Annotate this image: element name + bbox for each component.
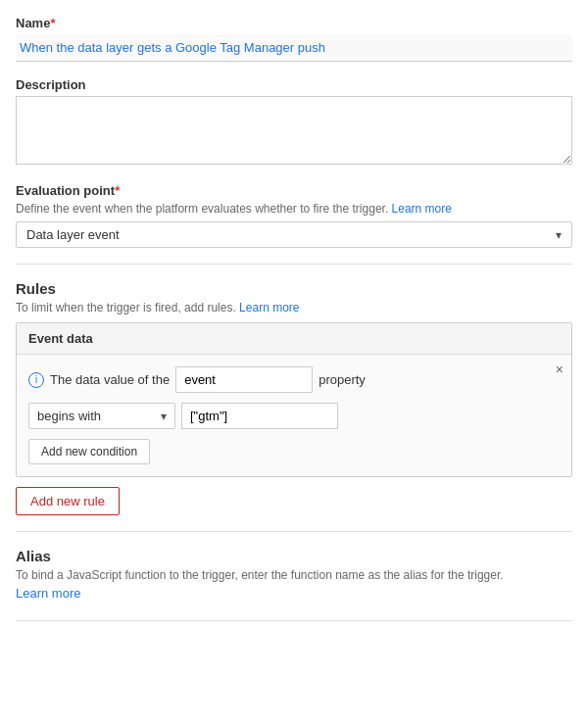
- divider-rules: [16, 264, 572, 265]
- event-data-body: × i The data value of the property begin…: [17, 355, 571, 476]
- alias-learn-more-link[interactable]: Learn more: [16, 586, 80, 601]
- description-section: Description: [16, 77, 572, 168]
- add-rule-button[interactable]: Add new rule: [16, 487, 120, 515]
- evaluation-description: Define the event when the platform evalu…: [16, 202, 572, 216]
- alias-description: To bind a JavaScript function to the tri…: [16, 568, 572, 582]
- value-input[interactable]: [181, 403, 338, 429]
- condition-prefix-text: The data value of the: [50, 372, 170, 387]
- evaluation-dropdown[interactable]: Data layer event ▾: [16, 221, 572, 248]
- operator-selected-value: begins with: [37, 409, 157, 423]
- alias-title: Alias: [16, 548, 572, 564]
- rules-box: Event data × i The data value of the pro…: [16, 322, 572, 477]
- description-input[interactable]: [16, 96, 572, 165]
- name-input[interactable]: [16, 34, 572, 62]
- name-label: Name*: [16, 16, 572, 30]
- alias-section: Alias To bind a JavaScript function to t…: [16, 548, 572, 601]
- rules-description: To limit when the trigger is fired, add …: [16, 301, 572, 314]
- evaluation-selected-value: Data layer event: [26, 227, 546, 242]
- name-section: Name*: [16, 16, 572, 62]
- description-label: Description: [16, 77, 572, 92]
- evaluation-label: Evaluation point*: [16, 183, 572, 198]
- add-condition-button[interactable]: Add new condition: [28, 439, 150, 464]
- operator-row: begins with ▾: [28, 403, 560, 429]
- event-data-header: Event data: [17, 323, 571, 355]
- close-button[interactable]: ×: [556, 362, 564, 376]
- operator-dropdown[interactable]: begins with ▾: [28, 403, 175, 429]
- rules-learn-more-link[interactable]: Learn more: [239, 301, 299, 314]
- operator-chevron-icon: ▾: [161, 410, 167, 423]
- info-icon: i: [28, 372, 44, 388]
- evaluation-section: Evaluation point* Define the event when …: [16, 183, 572, 248]
- rules-section: Rules To limit when the trigger is fired…: [16, 280, 572, 515]
- bottom-divider: [16, 620, 572, 621]
- rules-title: Rules: [16, 280, 572, 297]
- divider-alias: [16, 531, 572, 532]
- condition-row: i The data value of the property: [28, 366, 560, 393]
- chevron-down-icon: ▾: [556, 228, 562, 242]
- property-input[interactable]: [175, 366, 313, 393]
- condition-suffix-text: property: [318, 372, 366, 387]
- evaluation-learn-more-link[interactable]: Learn more: [392, 202, 452, 216]
